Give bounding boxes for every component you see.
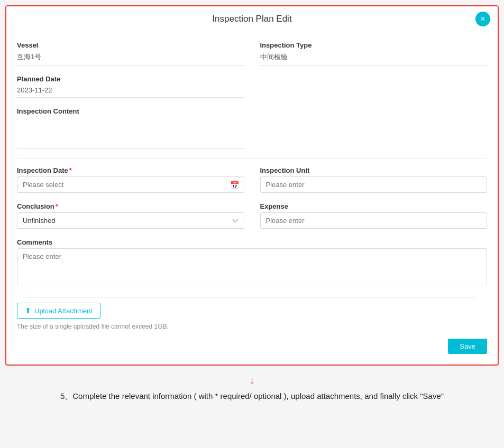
- conclusion-required: *: [56, 202, 58, 210]
- inspection-content-field: Inspection Content: [17, 107, 244, 149]
- inspection-date-unit-row: Inspection Date* 📅 Inspection Unit: [17, 166, 487, 193]
- inspection-type-label: Inspection Type: [260, 41, 488, 49]
- inspection-unit-label: Inspection Unit: [260, 166, 488, 174]
- planned-date-field: Planned Date 2023-11-22: [17, 75, 244, 98]
- file-size-note: The size of a single uploaded file canno…: [17, 323, 487, 330]
- conclusion-expense-row: Conclusion* Unfinished Finished Passed F…: [17, 202, 487, 229]
- inspection-content-label: Inspection Content: [17, 107, 244, 115]
- inspection-unit-input[interactable]: [260, 176, 488, 193]
- arrow-down-icon: ↓: [250, 374, 255, 386]
- planned-date-value: 2023-11-22: [17, 85, 244, 98]
- inspection-type-field: Inspection Type 中间检验: [260, 41, 488, 66]
- inspection-plan-edit-dialog: Inspection Plan Edit × Vessel 互海1号 Inspe…: [5, 5, 499, 366]
- conclusion-field: Conclusion* Unfinished Finished Passed F…: [17, 202, 244, 229]
- inspection-type-value: 中间检验: [260, 51, 488, 66]
- dialog-header: Inspection Plan Edit ×: [6, 6, 498, 32]
- inspection-unit-field: Inspection Unit: [260, 166, 488, 193]
- planned-date-label: Planned Date: [17, 75, 244, 83]
- inspection-date-required: *: [69, 166, 72, 174]
- dialog-title: Inspection Plan Edit: [212, 14, 291, 24]
- comments-field: Comments: [17, 238, 487, 287]
- dialog-footer: Save: [17, 339, 487, 354]
- instruction-section: ↓ 5、Complete the relevant information ( …: [5, 366, 499, 408]
- upload-attachment-button[interactable]: ⬆ Upload Attachment: [17, 303, 100, 319]
- upload-divider: [28, 297, 476, 297]
- inspection-content-value: [17, 117, 244, 149]
- comments-row: Comments: [17, 238, 487, 287]
- spacer-col: [260, 75, 488, 98]
- spacer-col2: [260, 107, 488, 149]
- form-divider: [17, 158, 487, 159]
- upload-icon: ⬆: [25, 306, 31, 315]
- inspection-content-row: Inspection Content: [17, 107, 487, 149]
- dialog-body: Vessel 互海1号 Inspection Type 中间检验 Planned…: [6, 32, 498, 365]
- inspection-date-field: Inspection Date* 📅: [17, 166, 244, 193]
- expense-field: Expense: [260, 202, 488, 229]
- inspection-date-label: Inspection Date*: [17, 166, 244, 174]
- conclusion-select[interactable]: Unfinished Finished Passed Failed: [17, 212, 244, 229]
- upload-btn-label: Upload Attachment: [34, 307, 93, 315]
- conclusion-label: Conclusion*: [17, 202, 244, 210]
- instruction-text: 5、Complete the relevant information ( wi…: [60, 390, 444, 403]
- save-button[interactable]: Save: [448, 339, 487, 354]
- vessel-inspection-type-row: Vessel 互海1号 Inspection Type 中间检验: [17, 41, 487, 66]
- upload-section: ⬆ Upload Attachment The size of a single…: [17, 303, 487, 330]
- expense-input[interactable]: [260, 212, 488, 229]
- expense-label: Expense: [260, 202, 488, 210]
- vessel-value: 互海1号: [17, 51, 244, 66]
- planned-date-row: Planned Date 2023-11-22: [17, 75, 487, 98]
- vessel-label: Vessel: [17, 41, 244, 49]
- inspection-date-input-wrapper: 📅: [17, 176, 244, 193]
- comments-textarea[interactable]: [17, 248, 487, 285]
- inspection-date-input[interactable]: [17, 176, 244, 193]
- close-button[interactable]: ×: [475, 12, 490, 26]
- vessel-field: Vessel 互海1号: [17, 41, 244, 66]
- comments-label: Comments: [17, 238, 487, 246]
